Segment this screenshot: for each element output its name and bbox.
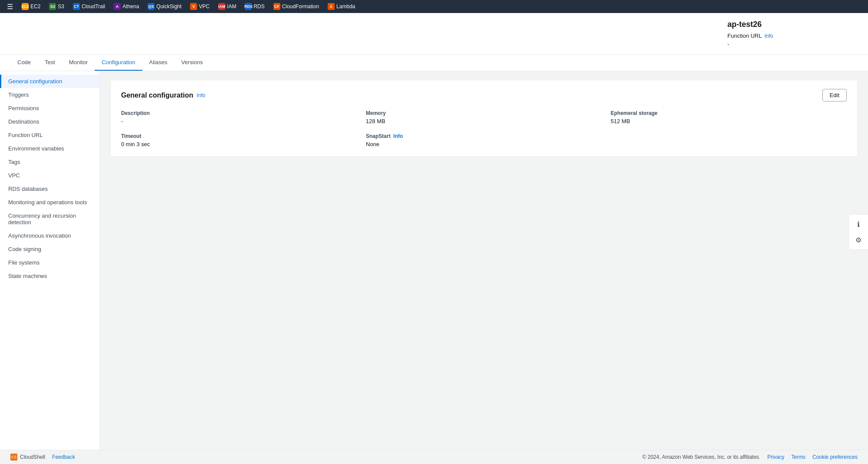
nav-vpc[interactable]: V VPC: [187, 2, 213, 11]
function-url-label: Function URL: [727, 33, 762, 39]
cloudshell-button[interactable]: CS CloudShell: [10, 454, 45, 461]
nav-cloudtrail[interactable]: CT CloudTrail: [69, 2, 108, 11]
quicksight-badge: QS: [148, 3, 155, 10]
nav-s3[interactable]: S3 S3: [46, 2, 68, 11]
tabs-bar: Code Test Monitor Configuration Aliases …: [0, 55, 868, 71]
config-field-ephemeral-storage: Ephemeral storage 512 MB: [611, 110, 847, 124]
function-url-row: Function URL Info: [727, 33, 858, 39]
timeout-value: 0 min 3 sec: [121, 141, 357, 147]
nav-rds[interactable]: RDS RDS: [241, 2, 268, 11]
sidebar-item-rds-databases[interactable]: RDS databases: [0, 182, 99, 196]
tab-monitor[interactable]: Monitor: [62, 55, 95, 71]
right-icons: ℹ ⚙: [848, 214, 868, 250]
sidebar-item-environment-variables[interactable]: Environment variables: [0, 142, 99, 155]
edit-button[interactable]: Edit: [822, 89, 847, 101]
footer-left: CS CloudShell Feedback: [10, 454, 75, 461]
tab-versions[interactable]: Versions: [174, 55, 210, 71]
top-nav: ☰ EC2 EC2 S3 S3 CT CloudTrail A Athena Q…: [0, 0, 868, 13]
function-url-info-link[interactable]: Info: [764, 33, 773, 39]
nav-lambda[interactable]: λ Lambda: [324, 2, 358, 11]
function-info: ap-test26 Function URL Info -: [10, 20, 858, 47]
athena-badge: A: [114, 3, 121, 10]
vpc-badge: V: [190, 3, 197, 10]
config-card: General configuration Info Edit Descript…: [110, 80, 858, 157]
timeout-label: Timeout: [121, 133, 357, 139]
config-field-snapstart: SnapStart Info None: [366, 133, 602, 147]
ephemeral-storage-value: 512 MB: [611, 118, 847, 124]
snapstart-label: SnapStart Info: [366, 133, 602, 139]
description-label: Description: [121, 110, 357, 116]
nav-quicksight[interactable]: QS QuickSight: [144, 2, 185, 11]
cookie-link[interactable]: Cookie preferences: [812, 454, 858, 460]
iam-badge: IAM: [218, 3, 225, 10]
ephemeral-storage-label: Ephemeral storage: [611, 110, 847, 116]
description-value: -: [121, 118, 357, 124]
tab-test[interactable]: Test: [38, 55, 62, 71]
sidebar-item-function-url[interactable]: Function URL: [0, 128, 99, 142]
cloudshell-icon: CS: [10, 454, 17, 461]
function-name-section: ap-test26 Function URL Info -: [727, 20, 858, 47]
footer-right: © 2024, Amazon Web Services, Inc. or its…: [642, 454, 858, 460]
terms-link[interactable]: Terms: [791, 454, 806, 460]
s3-badge: S3: [49, 3, 56, 10]
feedback-link[interactable]: Feedback: [52, 454, 75, 460]
sidebar-item-monitoring-tools[interactable]: Monitoring and operations tools: [0, 196, 99, 209]
cloudtrail-badge: CT: [73, 3, 80, 10]
lambda-badge: λ: [328, 3, 335, 10]
sidebar-item-destinations[interactable]: Destinations: [0, 115, 99, 128]
sidebar-toggle[interactable]: ☰: [3, 1, 16, 13]
sidebar-item-permissions[interactable]: Permissions: [0, 101, 99, 115]
config-card-title: General configuration Info: [121, 91, 205, 99]
content-area: General configuration Triggers Permissio…: [0, 71, 868, 450]
ec2-badge: EC2: [22, 3, 29, 10]
tab-configuration[interactable]: Configuration: [95, 55, 142, 71]
function-url-value: -: [727, 41, 858, 47]
snapstart-value: None: [366, 141, 602, 147]
nav-athena[interactable]: A Athena: [110, 2, 142, 11]
cloudshell-label: CloudShell: [20, 454, 45, 460]
nav-iam[interactable]: IAM IAM: [215, 2, 240, 11]
sidebar-item-vpc[interactable]: VPC: [0, 169, 99, 182]
snapstart-info-link[interactable]: Info: [393, 133, 403, 139]
sidebar-item-concurrency[interactable]: Concurrency and recursion detection: [0, 209, 99, 229]
page-wrapper: ap-test26 Function URL Info - Code Test …: [0, 13, 868, 464]
memory-label: Memory: [366, 110, 602, 116]
sidebar-item-file-systems[interactable]: File systems: [0, 256, 99, 269]
sidebar-item-general-configuration[interactable]: General configuration: [0, 75, 99, 88]
config-field-timeout: Timeout 0 min 3 sec: [121, 133, 357, 147]
side-nav: General configuration Triggers Permissio…: [0, 71, 100, 450]
main-panel: General configuration Info Edit Descript…: [100, 71, 868, 450]
config-title-info-link[interactable]: Info: [197, 92, 205, 98]
config-card-header: General configuration Info Edit: [121, 89, 847, 101]
sidebar-item-tags[interactable]: Tags: [0, 155, 99, 169]
config-field-memory: Memory 128 MB: [366, 110, 602, 124]
sidebar-item-state-machines[interactable]: State machines: [0, 269, 99, 283]
rds-badge: RDS: [245, 3, 252, 10]
footer: CS CloudShell Feedback © 2024, Amazon We…: [0, 450, 868, 464]
copyright-text: © 2024, Amazon Web Services, Inc. or its…: [642, 454, 760, 460]
config-title-text: General configuration: [121, 91, 193, 99]
tab-code[interactable]: Code: [10, 55, 38, 71]
nav-cloudformation[interactable]: CF CloudFormation: [270, 2, 322, 11]
sidebar-item-asynchronous[interactable]: Asynchronous invocation: [0, 229, 99, 242]
sidebar-item-code-signing[interactable]: Code signing: [0, 242, 99, 256]
sidebar-item-triggers[interactable]: Triggers: [0, 88, 99, 101]
tab-aliases[interactable]: Aliases: [142, 55, 174, 71]
privacy-link[interactable]: Privacy: [767, 454, 784, 460]
function-name: ap-test26: [727, 20, 858, 29]
right-icon-info[interactable]: ℹ: [852, 218, 865, 230]
nav-ec2[interactable]: EC2 EC2: [18, 2, 44, 11]
config-field-description: Description -: [121, 110, 357, 124]
config-grid: Description - Memory 128 MB Ephemeral st…: [121, 110, 847, 147]
header-card: ap-test26 Function URL Info -: [0, 13, 868, 55]
memory-value: 128 MB: [366, 118, 602, 124]
cloudformation-badge: CF: [273, 3, 280, 10]
right-icon-settings[interactable]: ⚙: [852, 234, 865, 246]
